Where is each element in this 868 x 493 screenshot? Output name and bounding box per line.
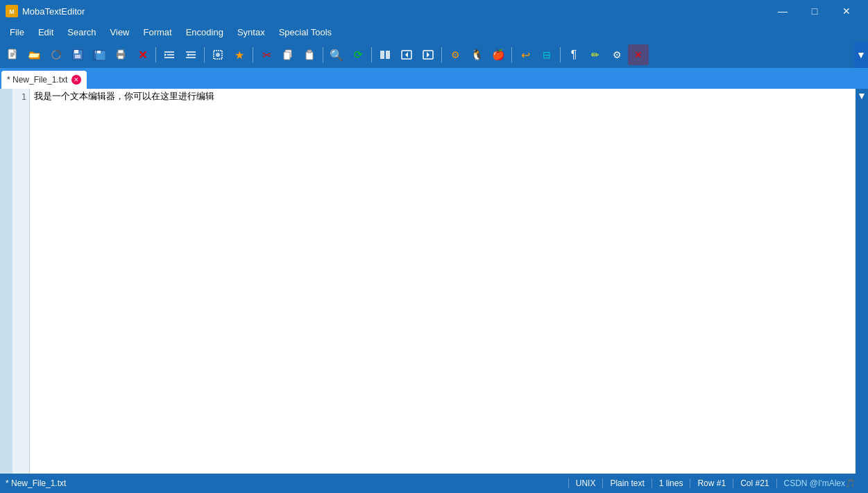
app-title: MobaTextEditor: [22, 6, 85, 17]
search-toolbar-btn[interactable]: 🔍: [326, 44, 347, 65]
undo-btn[interactable]: ↩: [515, 44, 536, 65]
tab-new-file-1[interactable]: * New_File_1.txt ✕: [1, 71, 87, 89]
unindent-btn[interactable]: [180, 44, 201, 65]
menu-encoding[interactable]: Encoding: [179, 24, 230, 40]
settings-btn[interactable]: ⚙: [606, 44, 627, 65]
menu-syntax[interactable]: Syntax: [230, 24, 272, 40]
svg-marker-21: [164, 53, 167, 56]
menu-edit[interactable]: Edit: [31, 24, 60, 40]
tab-label: * New_File_1.txt: [7, 75, 67, 85]
highlight-btn[interactable]: ✏: [585, 44, 606, 65]
status-col: Col #21: [733, 478, 776, 488]
split-left-btn[interactable]: [396, 44, 417, 65]
open-btn[interactable]: [24, 44, 45, 65]
left-gutter: [0, 89, 12, 474]
tab-bar: * New_File_1.txt ✕: [0, 68, 868, 89]
editor-area: 1 我是一个文本编辑器，你可以在这里进行编辑 ▼: [0, 89, 868, 474]
new-file-btn[interactable]: [3, 44, 24, 65]
svg-rect-14: [97, 51, 101, 53]
save-btn[interactable]: [67, 44, 88, 65]
svg-rect-10: [75, 55, 80, 58]
macro-btn[interactable]: ✕: [628, 44, 649, 65]
status-encoding: UNIX: [568, 478, 604, 488]
print-btn[interactable]: [110, 44, 131, 65]
split-right-btn[interactable]: [418, 44, 439, 65]
status-lines: 1 lines: [652, 478, 691, 488]
save-all-btn[interactable]: [89, 44, 110, 65]
menu-search[interactable]: Search: [60, 24, 103, 40]
select-all-btn[interactable]: [207, 44, 228, 65]
svg-marker-25: [187, 53, 189, 56]
svg-rect-16: [118, 50, 124, 53]
svg-point-27: [216, 53, 220, 57]
window-controls: — □ ✕: [767, 0, 862, 22]
svg-rect-17: [118, 55, 124, 59]
maximize-button[interactable]: □: [799, 0, 831, 22]
bookmark-btn[interactable]: ★: [229, 44, 250, 65]
svg-rect-30: [306, 52, 313, 60]
status-credit: CSDN @I'mAlex🎵: [777, 478, 862, 488]
menu-bar: File Edit Search View Format Encoding Sy…: [0, 22, 868, 42]
app-icon: M: [6, 5, 18, 17]
columns-btn[interactable]: [375, 44, 395, 65]
status-bar: * New_File_1.txt UNIX Plain text 1 lines…: [0, 474, 868, 493]
svg-text:M: M: [9, 8, 15, 15]
minimize-button[interactable]: —: [767, 0, 799, 22]
svg-rect-29: [284, 52, 290, 60]
menu-special-tools[interactable]: Special Tools: [272, 24, 339, 40]
reload-btn[interactable]: [46, 44, 67, 65]
svg-rect-32: [380, 51, 384, 59]
status-row: Row #1: [690, 478, 733, 488]
menu-view[interactable]: View: [103, 24, 137, 40]
close-button[interactable]: ✕: [831, 0, 862, 22]
line-numbers: 1: [12, 89, 30, 474]
scroll-right[interactable]: ▼: [856, 89, 868, 474]
shell-btn[interactable]: ⚙: [445, 44, 466, 65]
mac-btn[interactable]: 🍎: [488, 44, 509, 65]
svg-marker-37: [427, 52, 429, 58]
svg-marker-35: [405, 52, 408, 58]
close-file-btn[interactable]: ✕: [132, 44, 153, 65]
status-syntax: Plain text: [603, 478, 652, 488]
find-replace-btn[interactable]: ⟳: [348, 44, 368, 65]
cut-btn[interactable]: ✂: [256, 44, 277, 65]
line-number: 1: [15, 90, 26, 104]
linux-btn[interactable]: 🐧: [466, 44, 487, 65]
svg-rect-31: [307, 50, 312, 53]
svg-rect-9: [74, 50, 78, 53]
title-bar-left: M MobaTextEditor: [6, 5, 85, 17]
redo-btn[interactable]: ⊟: [536, 44, 557, 65]
status-filename: * New_File_1.txt: [6, 478, 568, 488]
paste-btn[interactable]: [299, 44, 320, 65]
toolbar-scroll-right[interactable]: ▼: [854, 42, 868, 68]
tab-close-btn[interactable]: ✕: [71, 75, 81, 85]
menu-format[interactable]: Format: [137, 24, 179, 40]
title-bar: M MobaTextEditor — □ ✕: [0, 0, 868, 22]
editor-content[interactable]: 我是一个文本编辑器，你可以在这里进行编辑: [30, 89, 856, 474]
menu-file[interactable]: File: [3, 24, 31, 40]
indent-btn[interactable]: [159, 44, 180, 65]
toolbar: ✕ ★ ✂: [0, 42, 868, 68]
svg-rect-33: [386, 51, 390, 59]
copy-btn[interactable]: [278, 44, 298, 65]
para-btn[interactable]: ¶: [563, 44, 584, 65]
